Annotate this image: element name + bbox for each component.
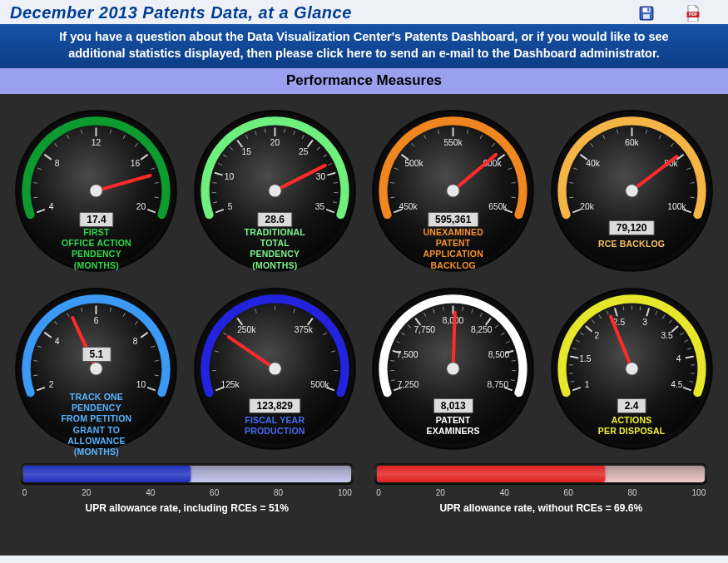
svg-text:PDF: PDF	[689, 12, 698, 17]
svg-line-22	[155, 183, 159, 184]
svg-text:8: 8	[133, 337, 138, 346]
gauge-value: 5.1	[82, 347, 111, 362]
pdf-icon[interactable]: PDF	[685, 5, 701, 22]
svg-text:4.5: 4.5	[671, 380, 683, 389]
svg-line-94	[512, 183, 516, 184]
svg-line-81	[390, 197, 394, 198]
svg-text:40k: 40k	[586, 159, 600, 168]
svg-point-35	[90, 185, 102, 197]
svg-text:8,750: 8,750	[488, 380, 509, 389]
bar-upr-including-rces[interactable]: 020406080100 UPR allowance rate, includi…	[21, 463, 354, 514]
svg-text:3: 3	[642, 318, 647, 327]
gauge-fiscal-year-production[interactable]: 125k250k375k500k 123,829 FISCAL YEARPROD…	[190, 284, 360, 458]
svg-line-23	[155, 197, 159, 198]
svg-text:35: 35	[314, 202, 324, 211]
svg-text:2: 2	[594, 332, 599, 341]
svg-point-167	[90, 363, 102, 375]
svg-text:500k: 500k	[405, 159, 424, 168]
svg-text:8,500: 8,500	[488, 350, 510, 359]
gauge-actions-per-disposal[interactable]: 11.522.533.544.5 2.4 ACTIONSPER DISPOSAL	[547, 284, 717, 458]
svg-line-125	[690, 197, 694, 198]
bar-upr-without-rces[interactable]: 020406080100 UPR allowance rate, without…	[374, 463, 707, 514]
svg-line-112	[569, 183, 573, 184]
banner-line2: additional statistics displayed, then pl…	[68, 47, 660, 60]
svg-text:8,250: 8,250	[471, 326, 493, 335]
svg-point-77	[269, 185, 281, 197]
svg-line-155	[155, 375, 159, 376]
gauge-value: 2.4	[617, 398, 646, 413]
svg-text:7,750: 7,750	[414, 326, 436, 335]
bar-fill	[23, 466, 191, 482]
gauge-first-office-action-pendency[interactable]: 48121620 17.4 FIRSTOFFICE ACTIONPENDENCY…	[11, 106, 181, 280]
svg-text:4: 4	[55, 337, 60, 346]
gauge-label: PATENTEXAMINERS	[368, 415, 538, 437]
svg-text:16: 16	[131, 159, 141, 168]
gauge-label: TRACK ONEPENDENCYFROM PETITIONGRANT TOAL…	[11, 392, 181, 457]
bar-label: UPR allowance rate, including RCEs = 51%	[21, 502, 354, 514]
svg-text:10: 10	[225, 172, 235, 181]
svg-text:3.5: 3.5	[661, 332, 673, 341]
page-title: December 2013 Patents Data, at a Glance	[10, 3, 352, 22]
info-banner[interactable]: If you have a question about the Data Vi…	[0, 24, 728, 68]
bar-fill	[377, 466, 605, 482]
svg-point-233	[447, 363, 459, 375]
svg-rect-2	[643, 14, 650, 19]
header-bar: December 2013 Patents Data, at a Glance …	[0, 0, 728, 24]
gauge-value: 8,013	[433, 398, 473, 413]
svg-rect-3	[647, 7, 649, 11]
bar-label: UPR allowance rate, without RCEs = 69.6%	[374, 502, 707, 514]
svg-point-107	[447, 185, 459, 197]
gauge-track-one-pendency[interactable]: 246810 5.1 TRACK ONEPENDENCYFROM PETITIO…	[11, 284, 181, 458]
svg-text:550k: 550k	[444, 138, 463, 147]
svg-text:1: 1	[584, 380, 589, 389]
svg-line-82	[391, 183, 395, 184]
gauge-label: FIRSTOFFICE ACTIONPENDENCY(MONTHS)	[11, 227, 181, 271]
svg-point-137	[625, 185, 637, 197]
svg-line-124	[690, 183, 694, 184]
gauge-rce-backlog[interactable]: 20k40k60k80k100k 79,120 RCE BACKLOG	[547, 106, 717, 280]
svg-text:4: 4	[676, 354, 681, 363]
svg-text:375k: 375k	[294, 326, 313, 335]
save-icon[interactable]	[638, 5, 655, 22]
svg-text:10: 10	[136, 380, 146, 389]
gauge-unexamined-patent-application-backlog[interactable]: 450k500k550k600k650k 595,361 UNEXAMINEDP…	[368, 106, 538, 280]
svg-point-191	[269, 363, 281, 375]
svg-text:12: 12	[92, 138, 102, 147]
svg-text:20: 20	[136, 202, 146, 211]
svg-text:4: 4	[49, 202, 54, 211]
svg-line-10	[34, 183, 38, 184]
svg-line-197	[391, 361, 395, 362]
gauge-value: 17.4	[79, 212, 113, 227]
svg-line-142	[34, 361, 38, 362]
gauge-value: 79,120	[609, 220, 655, 235]
gauge-patent-examiners[interactable]: 7,2507,5007,7508,0008,2508,5008,750 8,01…	[368, 284, 538, 458]
gauge-label: RCE BACKLOG	[547, 239, 717, 249]
gauge-label: UNEXAMINEDPATENTAPPLICATIONBACKLOG	[368, 227, 538, 271]
svg-text:100k: 100k	[667, 202, 686, 211]
gauge-traditional-total-pendency[interactable]: 5101520253035 28.6 TRADITIONALTOTALPENDE…	[190, 106, 360, 280]
gauge-value: 595,361	[428, 212, 478, 227]
svg-text:1.5: 1.5	[579, 354, 592, 363]
svg-line-249	[623, 306, 624, 310]
svg-line-111	[569, 197, 573, 198]
gauge-label: FISCAL YEARPRODUCTION	[190, 415, 360, 437]
bar-outer	[21, 463, 354, 485]
svg-text:2: 2	[49, 380, 54, 389]
section-title: Performance Measures	[0, 68, 728, 94]
svg-text:15: 15	[241, 148, 251, 157]
svg-text:250k: 250k	[237, 326, 256, 335]
bar-ticks: 020406080100	[21, 488, 354, 497]
svg-text:450k: 450k	[399, 202, 418, 211]
bar-outer	[374, 463, 707, 485]
header-icons: PDF	[638, 5, 701, 22]
svg-text:20k: 20k	[580, 202, 594, 211]
svg-text:125k: 125k	[220, 380, 240, 389]
svg-text:6: 6	[94, 316, 99, 325]
svg-text:25: 25	[299, 148, 309, 157]
banner-line1: If you have a question about the Data Vi…	[59, 30, 668, 43]
svg-text:8: 8	[55, 159, 60, 168]
svg-text:5: 5	[228, 202, 233, 211]
dashboard-panel: 48121620 17.4 FIRSTOFFICE ACTIONPENDENCY…	[0, 94, 728, 556]
svg-text:650k: 650k	[488, 202, 508, 211]
svg-line-41	[212, 183, 216, 184]
